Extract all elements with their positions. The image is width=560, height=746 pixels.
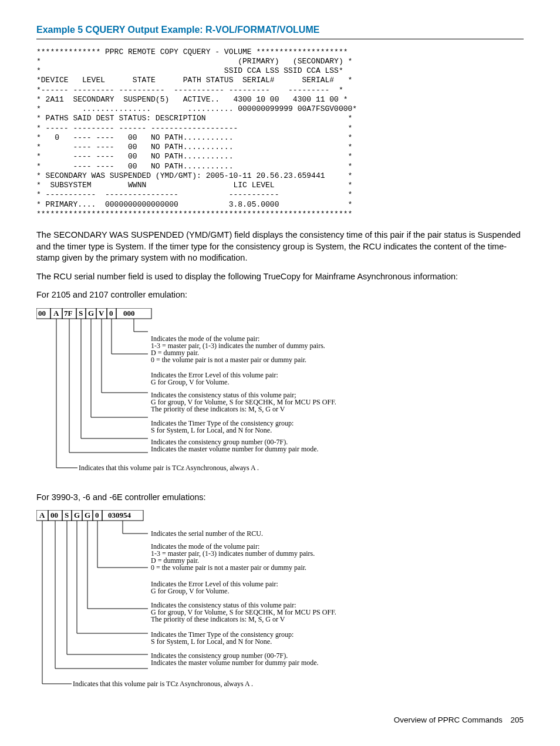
d1-cell-6: 0 — [109, 309, 113, 318]
page-footer: Overview of PPRC Commands 205 — [36, 715, 524, 725]
d1-cell-2: 7F — [64, 309, 73, 318]
d1-cell-0: 00 — [38, 309, 46, 318]
d1-cell-4: G — [88, 309, 94, 318]
d2-l9: The priority of these indicators is: M, … — [151, 615, 285, 623]
d1-cell-5: V — [99, 309, 104, 318]
d2-cell-6: 030954 — [108, 511, 131, 519]
paragraph-1: The SECONDARY WAS SUSPENDED (YMD/GMT) fi… — [36, 229, 524, 264]
d1-cell-1: A — [53, 309, 59, 318]
d1-cell-7: 000 — [123, 309, 135, 318]
d2-cell-1: 00 — [50, 511, 58, 519]
diagram-3990: A 00 S G G 0 030954 — [36, 510, 524, 695]
d1-cell-3: S — [79, 309, 83, 318]
example-title: Example 5 CQUERY Output Example: R-VOL/F… — [36, 23, 524, 36]
d2-l4: 0 = the volume pair is not a master pair… — [151, 563, 306, 572]
d1-l3: 0 = the volume pair is not a master pair… — [151, 356, 306, 364]
d2-cell-4: G — [85, 511, 90, 519]
d1-l13: Indicates that this volume pair is TCz A… — [79, 464, 259, 472]
title-rule — [36, 39, 524, 39]
d2-cell-3: G — [74, 511, 80, 519]
d2-cell-0: A — [39, 511, 45, 519]
paragraph-3: For 2105 and 2107 controller emulation: — [36, 289, 524, 301]
d1-l5: G for Group, V for Volume. — [151, 378, 229, 386]
d2-cell-2: S — [65, 511, 69, 519]
d1-l12: Indicates the master volume number for d… — [151, 445, 319, 453]
d2-cell-5: 0 — [95, 511, 99, 519]
paragraph-2: The RCU serial number field is used to d… — [36, 271, 524, 283]
diagram-2105-2107: 00 A 7F S G V 0 000 — [36, 308, 524, 481]
terminal-output: ************** PPRC REMOTE COPY CQUERY -… — [36, 48, 524, 220]
d2-l13: Indicates the master volume number for d… — [151, 659, 319, 667]
d1-l10: S for System, L for Local, and N for Non… — [151, 426, 272, 434]
d2-l14: Indicates that this volume pair is TCz A… — [73, 680, 253, 688]
d1-l8: The priority of these indicators is: M, … — [151, 405, 285, 413]
paragraph-4: For 3990-3, -6 and -6E controller emulat… — [36, 492, 524, 504]
d2-l11: S for System, L for Local, and N for Non… — [151, 637, 272, 646]
d2-l6: G for Group, V for Volume. — [151, 587, 229, 595]
d2-l0: Indicates the serial number of the RCU. — [151, 529, 263, 538]
